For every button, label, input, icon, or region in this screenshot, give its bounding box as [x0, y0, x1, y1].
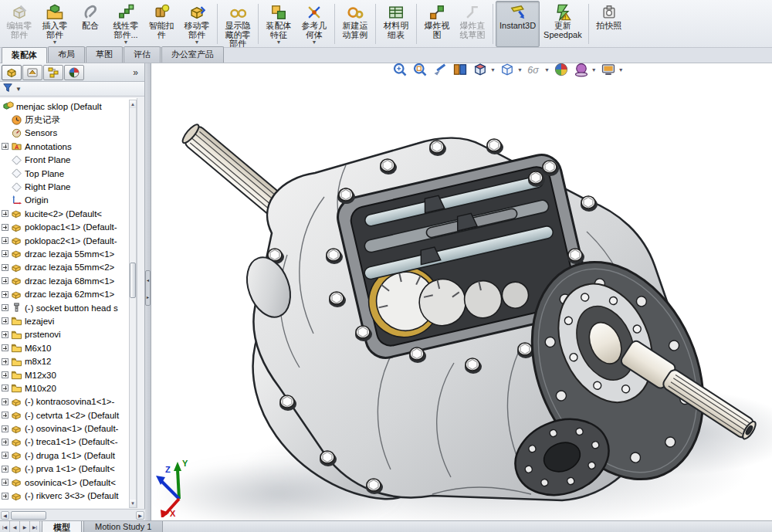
expand-plus-icon[interactable]: [2, 452, 8, 459]
expand-plus-icon[interactable]: [2, 371, 8, 378]
tree-item-m8x12[interactable]: m8x12: [0, 354, 137, 368]
expand-plus-icon[interactable]: [2, 425, 8, 432]
scroll-down-arrow[interactable]: ▼: [130, 500, 136, 507]
move-component-button[interactable]: 移动零 部件▼: [179, 1, 215, 47]
scroll-left-arrow[interactable]: ◀: [1, 511, 9, 520]
smart-fasteners-button[interactable]: 智能扣 件: [144, 1, 179, 47]
tree-item-osovinica-1-default[interactable]: osovinica<1> (Default<: [0, 476, 137, 489]
mate-button[interactable]: 配合: [73, 1, 108, 47]
tree-item-[interactable]: 历史记录: [0, 113, 137, 126]
tree-item-menjac-sklop-default-dis[interactable]: menjac sklop (Default: [0, 100, 137, 113]
expand-plus-icon[interactable]: [2, 412, 8, 418]
nav-last-button[interactable]: ▶|: [30, 521, 40, 532]
bottom-tab-motion-study-1[interactable]: Motion Study 1: [83, 521, 163, 532]
tree-horizontal-scrollbar[interactable]: ◀ ▶: [0, 509, 145, 520]
tab-办公室产品[interactable]: 办公室产品: [161, 46, 224, 63]
expand-plus-icon[interactable]: [2, 210, 8, 217]
scroll-right-arrow[interactable]: ▶: [136, 511, 144, 520]
nav-prev-button[interactable]: ◀: [10, 521, 20, 532]
expand-plus-icon[interactable]: [2, 479, 8, 486]
tree-item-poklopac2-1-default[interactable]: poklopac2<1> (Default-: [0, 234, 137, 247]
tab-装配体[interactable]: 装配体: [2, 47, 47, 63]
motion-study-button[interactable]: 新建运 动算例: [337, 1, 373, 47]
tree-item-treca1-1-default[interactable]: (-) treca1<1> (Default<-: [0, 435, 137, 449]
tree-item-rikverc-3-3-default[interactable]: (-) rikverc 3<3> (Default: [0, 489, 137, 502]
hscroll-thumb[interactable]: [11, 511, 46, 520]
tree-item-drzac-lezaja-62mm-1[interactable]: drzac lezaja 62mm<1>: [0, 287, 137, 300]
tree-item-annotations[interactable]: AAnnotations: [0, 140, 137, 153]
graphics-viewport[interactable]: ▼▼6σ▼▼▼: [151, 63, 772, 520]
featuremanager-tree-tab[interactable]: [2, 65, 22, 80]
tree-item-origin[interactable]: Origin: [0, 194, 137, 207]
tree-filter-row[interactable]: ▼: [0, 82, 144, 97]
expand-plus-icon[interactable]: [2, 344, 8, 351]
tab-布局[interactable]: 布局: [48, 46, 85, 63]
tree-item-drzac-lezaja-55mm-2[interactable]: drzac lezaja 55mm<2>: [0, 261, 137, 274]
panel-splitter-handle[interactable]: ◂▸: [145, 270, 151, 306]
tree-item-druga-1-1-default[interactable]: (-) druga 1<1> (Default: [0, 449, 137, 462]
tree-item-front-plane[interactable]: Front Plane: [0, 154, 137, 167]
tree-item-lezajevi[interactable]: lezajevi: [0, 314, 137, 327]
tab-评估[interactable]: 评估: [124, 46, 161, 63]
tree-item-m12x30[interactable]: M12x30: [0, 368, 137, 381]
show-hidden-components-button[interactable]: 显示隐 藏的零 部件: [220, 1, 256, 47]
tree-item-drzac-lezaja-55mm-1[interactable]: drzac lezaja 55mm<1>: [0, 247, 137, 260]
tab-草图[interactable]: 草图: [86, 46, 123, 63]
expand-plus-icon[interactable]: [2, 224, 8, 231]
assembly-features-button[interactable]: 装配体 特征▼: [261, 1, 296, 47]
expand-plus-icon[interactable]: [2, 237, 8, 244]
tree-item-prva-1-1-default[interactable]: (-) prva 1<1> (Default<: [0, 463, 137, 476]
tree-item-kontraosovina1-1[interactable]: (-) kontraosovina1<1>-: [0, 395, 137, 408]
configurationmanager-tab[interactable]: [43, 65, 63, 80]
tree-item-poklopac1-1-default[interactable]: poklopac1<1> (Default-: [0, 221, 137, 234]
displaymanager-tab[interactable]: [64, 65, 84, 80]
expand-plus-icon[interactable]: [2, 439, 8, 446]
expand-plus-icon[interactable]: [2, 250, 8, 257]
snapshot-button[interactable]: 拍快照: [591, 1, 627, 47]
linear-pattern-button[interactable]: 线性零 部件...▼: [108, 1, 144, 47]
panel-splitter[interactable]: ◂▸: [145, 63, 151, 520]
expand-plus-icon[interactable]: [2, 264, 8, 271]
expand-plus-icon[interactable]: [2, 291, 8, 298]
dropdown-caret-icon[interactable]: ▼: [312, 40, 317, 45]
expand-plus-icon[interactable]: [2, 358, 8, 365]
expand-plus-icon[interactable]: [2, 304, 8, 311]
dropdown-caret-icon[interactable]: ▼: [52, 40, 58, 45]
bill-of-materials-button[interactable]: 材料明 细表: [378, 1, 414, 47]
bottom-tab-模型[interactable]: 模型: [42, 521, 82, 532]
expand-plus-icon[interactable]: [2, 466, 8, 473]
tree-item-cetvrta-1-2-default[interactable]: (-) cetvrta 1<2> (Default: [0, 408, 137, 422]
insert-component-button[interactable]: 插入零 部件▼: [37, 1, 73, 47]
tree-item-osovina-1-default[interactable]: (-) osovina<1> (Default-: [0, 422, 137, 435]
expand-plus-icon[interactable]: [2, 385, 8, 391]
expand-plus-icon[interactable]: [2, 277, 8, 284]
tree-item-socket-button-head-s[interactable]: (-) socket button head s: [0, 301, 137, 314]
tree-item-m6x10[interactable]: M6x10: [0, 341, 137, 354]
tree-item-top-plane[interactable]: Top Plane: [0, 167, 137, 180]
instant3d-button[interactable]: Instant3D: [496, 1, 540, 47]
tree-item-right-plane[interactable]: Right Plane: [0, 180, 137, 193]
expand-plus-icon[interactable]: [2, 143, 8, 150]
filter-dropdown-caret[interactable]: ▼: [15, 86, 22, 93]
scroll-up-arrow[interactable]: ▲: [130, 100, 136, 108]
nav-next-button[interactable]: ▶: [20, 521, 30, 532]
tree-item-m10x20[interactable]: M10x20: [0, 381, 137, 395]
panel-overflow-chevron[interactable]: »: [133, 67, 138, 78]
expand-plus-icon[interactable]: [2, 398, 8, 405]
propertymanager-tab[interactable]: [22, 65, 42, 80]
expand-plus-icon[interactable]: [2, 331, 8, 338]
update-speedpak-button[interactable]: !更新 Speedpak: [540, 1, 586, 47]
dropdown-caret-icon[interactable]: ▼: [124, 40, 129, 45]
expand-plus-icon[interactable]: [2, 317, 8, 324]
exploded-view-button[interactable]: 爆炸视 图: [419, 1, 455, 47]
expand-plus-icon[interactable]: [2, 493, 8, 500]
tree-item-drzac-lezaja-68mm-1[interactable]: drzac lezaja 68mm<1>: [0, 274, 137, 287]
gearbox-assembly-model[interactable]: [151, 63, 772, 520]
tree-item-kucite-2-default-de[interactable]: kucite<2> (Default<: [0, 207, 137, 220]
dropdown-caret-icon[interactable]: ▼: [195, 40, 200, 45]
filter-funnel-icon[interactable]: [2, 83, 13, 95]
reference-geometry-button[interactable]: 参考几 何体▼: [296, 1, 332, 47]
tree-item-prstenovi[interactable]: prstenovi: [0, 328, 137, 341]
nav-first-button[interactable]: |◀: [0, 521, 10, 532]
tree-vertical-scrollbar[interactable]: ▲ ▼: [129, 100, 137, 508]
